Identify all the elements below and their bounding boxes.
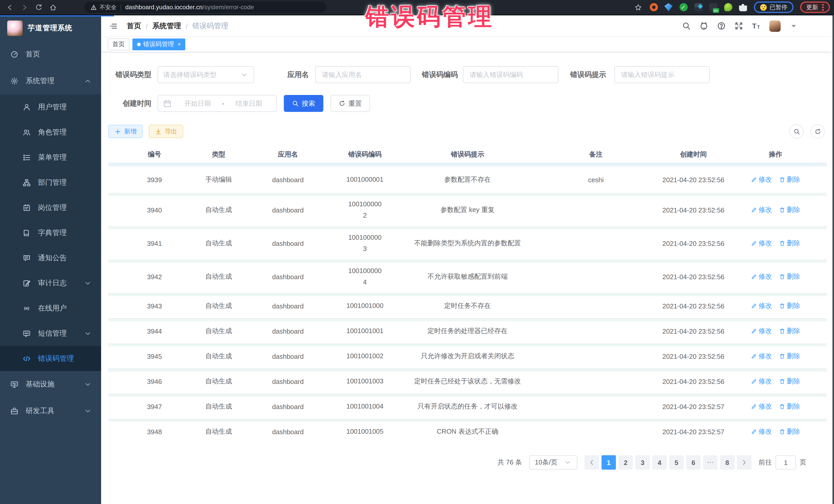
page-button-3[interactable]: 3: [635, 455, 650, 469]
page-button-4[interactable]: 4: [652, 455, 667, 469]
search-icon[interactable]: [682, 22, 691, 30]
extension-orange-icon[interactable]: [650, 3, 658, 11]
sidebar-item-5[interactable]: 部门管理: [0, 170, 101, 195]
fullscreen-icon[interactable]: [734, 22, 743, 30]
page-button-6[interactable]: 6: [686, 455, 701, 469]
delete-link[interactable]: 删除: [779, 272, 800, 281]
prev-page-button[interactable]: [585, 455, 599, 469]
extension-gem-icon[interactable]: [664, 3, 673, 11]
breadcrumb-system[interactable]: 系统管理: [152, 21, 181, 30]
extension-on-badge-icon[interactable]: [709, 3, 717, 11]
edit-link[interactable]: 修改: [751, 301, 772, 310]
breadcrumb: 首页 / 系统管理 / 错误码管理: [127, 21, 228, 30]
refresh-table-button[interactable]: [810, 124, 825, 138]
app-logo-row[interactable]: 芋道管理系统: [0, 15, 101, 41]
sidebar-item-6[interactable]: 岗位管理: [0, 195, 101, 220]
edit-link[interactable]: 修改: [751, 239, 772, 248]
search-button[interactable]: 搜索: [284, 95, 323, 112]
extension-leaf-icon[interactable]: [724, 3, 732, 11]
svg-text:T: T: [757, 25, 760, 30]
edit-link[interactable]: 修改: [751, 205, 772, 215]
delete-link[interactable]: 删除: [779, 175, 800, 184]
delete-link[interactable]: 删除: [779, 377, 800, 386]
next-page-button[interactable]: [737, 455, 751, 469]
page-button-8[interactable]: 8: [720, 455, 734, 469]
sidebar-item-14[interactable]: 研发工具: [0, 398, 101, 424]
font-size-icon[interactable]: TT: [752, 22, 761, 30]
edit-link[interactable]: 修改: [751, 352, 772, 361]
extensions-puzzle-icon[interactable]: [739, 3, 747, 11]
breadcrumb-home[interactable]: 首页: [127, 21, 141, 30]
sidebar-item-0[interactable]: 首页: [0, 41, 101, 68]
delete-link[interactable]: 删除: [779, 205, 800, 215]
page-size-select[interactable]: 10条/页: [529, 455, 577, 469]
export-button[interactable]: 导出: [149, 125, 183, 138]
toggle-search-button[interactable]: [789, 124, 804, 138]
sidebar-item-2[interactable]: 用户管理: [0, 94, 101, 119]
browser-forward-icon[interactable]: [20, 3, 29, 12]
paused-badge[interactable]: 已暂停: [754, 2, 793, 13]
delete-link[interactable]: 删除: [779, 301, 800, 310]
sidebar-item-13[interactable]: 基础设施: [0, 371, 101, 398]
caret-down-icon[interactable]: [789, 22, 798, 30]
user-avatar[interactable]: [769, 20, 781, 31]
github-icon[interactable]: [700, 22, 708, 30]
page-button-5[interactable]: 5: [669, 455, 684, 469]
browser-back-icon[interactable]: [5, 3, 14, 12]
delete-link[interactable]: 删除: [779, 352, 800, 361]
cell-type: 自动生成: [201, 205, 237, 215]
error-type-select[interactable]: 请选择错误码类型: [158, 66, 254, 83]
tag-close-icon[interactable]: ×: [178, 42, 181, 47]
sidebar-item-10[interactable]: 在线用户: [0, 295, 101, 321]
hamburger-icon[interactable]: [109, 22, 117, 30]
more-pages-button[interactable]: [703, 455, 718, 469]
edit-link[interactable]: 修改: [751, 402, 772, 411]
delete-link[interactable]: 删除: [779, 326, 800, 336]
gauge-icon: [10, 50, 19, 59]
delete-link[interactable]: 删除: [779, 239, 800, 248]
browser-menu-icon[interactable]: [822, 4, 824, 10]
date-range-picker[interactable]: 开始日期 - 结束日期: [158, 95, 277, 112]
delete-link[interactable]: 删除: [779, 427, 800, 436]
sidebar-item-12[interactable]: 错误码管理: [0, 346, 101, 371]
goto-page-input[interactable]: [775, 455, 796, 469]
update-button[interactable]: 更新: [800, 2, 830, 13]
tag-error-code[interactable]: 错误码管理 ×: [132, 39, 185, 50]
cell-app: dashboard: [237, 206, 339, 214]
address-bar[interactable]: 不安全 dashboard.yudao.iocoder.cn/system/er…: [84, 2, 326, 13]
edit-link[interactable]: 修改: [751, 272, 772, 281]
edit-link[interactable]: 修改: [751, 377, 772, 386]
sidebar-item-9[interactable]: 审计日志: [0, 270, 101, 295]
trash-icon: [779, 353, 785, 359]
edit-link[interactable]: 修改: [751, 326, 772, 336]
extension-grid-icon[interactable]: [694, 3, 702, 11]
security-warning[interactable]: 不安全: [90, 3, 116, 11]
trash-icon: [779, 328, 785, 334]
bookmark-star-icon[interactable]: [634, 3, 643, 12]
sidebar-item-7[interactable]: 字典管理: [0, 220, 101, 245]
reset-button[interactable]: 重置: [331, 95, 370, 112]
sidebar-item-1[interactable]: 系统管理: [0, 68, 101, 94]
cell-msg: 只有开启状态的任务，才可以修改: [391, 402, 545, 411]
help-icon[interactable]: [717, 22, 726, 30]
sidebar-item-3[interactable]: 角色管理: [0, 119, 101, 145]
edit-link[interactable]: 修改: [751, 427, 772, 436]
sidebar-item-11[interactable]: 短信管理: [0, 321, 101, 346]
error-code-input[interactable]: [463, 66, 558, 83]
add-button[interactable]: 新增: [108, 125, 143, 138]
browser-home-icon[interactable]: [48, 3, 58, 12]
edit-link[interactable]: 修改: [751, 175, 772, 184]
window-scrollbar[interactable]: [832, 15, 834, 504]
page-button-2[interactable]: 2: [618, 455, 633, 469]
browser-reload-icon[interactable]: [34, 3, 43, 12]
date-start-input[interactable]: 开始日期: [176, 99, 220, 108]
sidebar-item-4[interactable]: 菜单管理: [0, 145, 101, 170]
delete-link[interactable]: 删除: [779, 402, 800, 411]
date-end-input[interactable]: 结束日期: [227, 99, 271, 108]
page-button-1[interactable]: 1: [601, 455, 616, 469]
extension-check-icon[interactable]: [679, 3, 687, 11]
sidebar-item-8[interactable]: 通知公告: [0, 245, 101, 270]
error-msg-input[interactable]: [614, 66, 710, 83]
app-name-input[interactable]: [315, 66, 411, 83]
tag-home[interactable]: 首页: [108, 39, 129, 50]
